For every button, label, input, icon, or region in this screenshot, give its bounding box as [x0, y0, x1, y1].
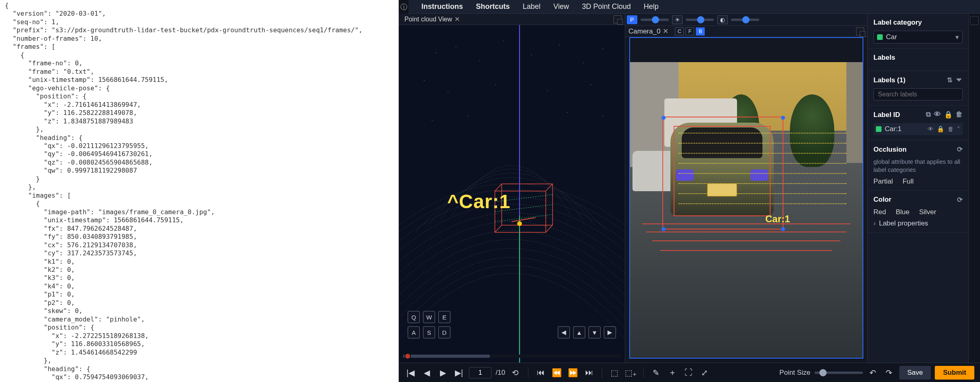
svg-point-0	[436, 52, 436, 53]
key-w: W	[423, 311, 435, 323]
save-button[interactable]: Save	[899, 366, 931, 380]
search-labels-input[interactable]	[873, 88, 963, 100]
contrast-slider[interactable]	[731, 19, 759, 21]
refresh-icon[interactable]: ⟳	[957, 196, 963, 204]
duplicate-icon[interactable]: ⧉	[926, 111, 931, 119]
menu-shortcuts[interactable]: Shortcuts	[476, 2, 510, 11]
contrast-icon[interactable]: ◐	[717, 15, 728, 24]
cam-annotation-label: Car:1	[765, 213, 790, 225]
label-properties-toggle[interactable]: Label properties	[873, 219, 963, 228]
menu-instructions[interactable]: Instructions	[421, 2, 463, 11]
info-icon[interactable]: ⓘ	[399, 0, 408, 14]
camera-view[interactable]: SHERIFF	[625, 37, 867, 363]
cam-mode-c[interactable]: C	[675, 27, 684, 35]
pc-timeline[interactable]	[403, 355, 621, 358]
labels-title: Labels	[873, 54, 895, 62]
close-icon[interactable]: ✕	[454, 15, 460, 23]
key-d: D	[438, 326, 450, 338]
chevron-up-icon[interactable]: ˄	[957, 125, 960, 133]
occlusion-full[interactable]: Full	[903, 177, 913, 186]
cam-mode-b[interactable]: B	[696, 27, 705, 35]
visibility-icon[interactable]: 👁	[928, 125, 934, 133]
key-e: E	[438, 311, 450, 323]
camera-scene: SHERIFF	[630, 38, 863, 358]
key-q: Q	[408, 311, 420, 323]
label-category-select[interactable]: Car ▾	[873, 31, 963, 44]
menu-3d-point-cloud[interactable]: 3D Point Cloud	[582, 2, 631, 11]
svg-point-12	[591, 84, 591, 85]
menu-help[interactable]: Help	[644, 2, 659, 11]
color-title: Color	[873, 196, 891, 204]
timeline-knob[interactable]	[404, 353, 411, 359]
camera-column: P ☀ ◐ Camera_0 ✕ C F B	[625, 14, 868, 363]
step-back-icon[interactable]: ⏪	[551, 367, 563, 379]
close-icon[interactable]: ✕	[663, 27, 668, 35]
svg-point-4	[531, 54, 532, 55]
skip-fwd-icon[interactable]: ⏭	[583, 367, 595, 379]
redo-icon[interactable]: ↷	[883, 367, 895, 379]
workspace: Point cloud View ✕	[399, 14, 980, 363]
occlusion-partial[interactable]: Partial	[873, 177, 893, 186]
occlusion-title: Occlusion	[873, 146, 907, 154]
lock-icon[interactable]: 🔒	[944, 111, 953, 119]
menu-view[interactable]: View	[553, 2, 569, 11]
fit-icon[interactable]: ⛶	[683, 367, 695, 379]
projection-slider[interactable]	[641, 19, 669, 21]
popout-icon[interactable]	[856, 27, 864, 35]
delete-icon[interactable]: 🗑	[956, 111, 963, 119]
first-frame-button[interactable]: |◀	[404, 367, 417, 379]
label-row[interactable]: Car:1 👁 🔒 🗑 ˄	[873, 123, 963, 135]
play-button[interactable]: ▶	[437, 367, 449, 379]
key-down: ▼	[588, 326, 601, 338]
bottom-toolbar: |◀ ◀ ▶ ▶| /10 ⟲ ⏮ ⏪ ⏩ ⏭ ⬚ ⬚₊ ✎ ＋ ⛶ ⤢ Poi…	[399, 363, 980, 382]
filter-icon[interactable]: ⏷	[956, 76, 963, 84]
projection-toggle[interactable]: P	[627, 15, 637, 24]
pc-tab[interactable]: Point cloud View ✕	[402, 15, 462, 24]
color-silver[interactable]: Silver	[919, 208, 936, 216]
submit-button[interactable]: Submit	[935, 366, 974, 380]
step-fwd-icon[interactable]: ⏩	[567, 367, 579, 379]
fullscreen-icon[interactable]: ⤢	[699, 367, 711, 379]
delete-icon[interactable]: 🗑	[948, 125, 954, 133]
label-category-section: Label category Car ▾	[868, 14, 968, 49]
lock-icon[interactable]: 🔒	[937, 125, 944, 133]
chevron-down-icon: ▾	[955, 33, 959, 42]
camera-frame: SHERIFF	[629, 37, 863, 359]
panel-toggle-icon[interactable]	[970, 16, 979, 25]
brightness-icon[interactable]: ☀	[672, 15, 683, 24]
undo-icon[interactable]: ↶	[867, 367, 879, 379]
visibility-icon[interactable]: 👁	[934, 111, 941, 119]
label-properties-text: Label properties	[879, 219, 928, 228]
menu-label[interactable]: Label	[523, 2, 540, 11]
sort-icon[interactable]: ⇅	[947, 76, 953, 84]
refresh-icon[interactable]: ⟳	[957, 145, 963, 154]
key-left: ◀	[558, 326, 570, 338]
point-cloud-view[interactable]: ^Car:1 Q W E A S D ◀ ▲ ▼	[399, 25, 625, 363]
timeline-fill	[403, 355, 490, 358]
add-icon[interactable]: ＋	[666, 367, 678, 379]
label-category-title: Label category	[873, 19, 922, 27]
svg-line-18	[495, 184, 502, 191]
prev-frame-button[interactable]: ◀	[421, 367, 433, 379]
point-size-slider[interactable]	[815, 372, 863, 374]
svg-point-14	[603, 116, 603, 117]
cube-tool-icon[interactable]: ⬚	[609, 367, 621, 379]
svg-point-16	[467, 116, 468, 117]
label-swatch	[876, 126, 882, 132]
skip-back-icon[interactable]: ⏮	[535, 367, 547, 379]
cam-mode-f[interactable]: F	[685, 27, 694, 35]
tree	[790, 94, 834, 167]
loop-icon[interactable]: ⟲	[509, 367, 521, 379]
camera-tab-title[interactable]: Camera_0	[628, 27, 660, 35]
popout-icon[interactable]	[614, 15, 622, 23]
camera-tabstrip: Camera_0 ✕ C F B	[625, 26, 867, 37]
label-category-value: Car	[886, 33, 897, 41]
brightness-slider[interactable]	[686, 19, 714, 21]
next-frame-button[interactable]: ▶|	[453, 367, 465, 379]
color-blue[interactable]: Blue	[896, 208, 909, 216]
edit-icon[interactable]: ✎	[650, 367, 662, 379]
frame-input[interactable]	[469, 367, 492, 378]
bbox-inner[interactable]	[674, 126, 771, 216]
cube-add-icon[interactable]: ⬚₊	[625, 367, 637, 379]
color-red[interactable]: Red	[873, 208, 886, 216]
